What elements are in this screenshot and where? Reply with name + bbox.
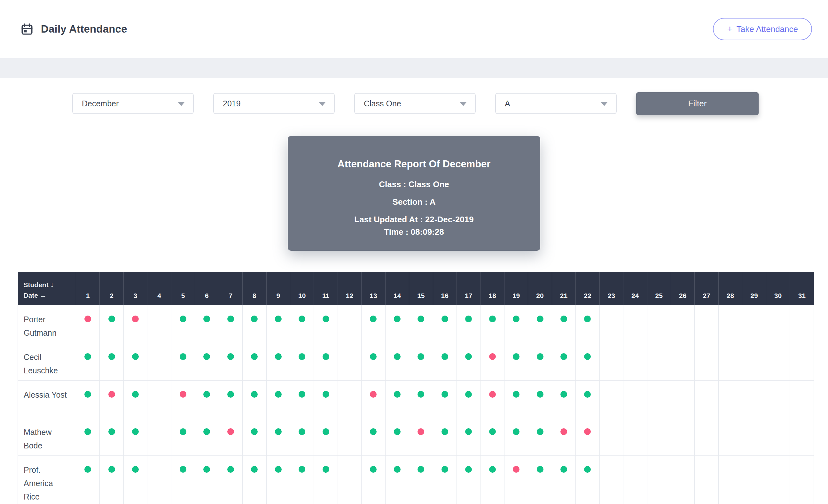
table-corner-header: Student ↓ Date → [18, 272, 76, 305]
present-dot [84, 353, 91, 360]
attendance-cell [504, 380, 528, 418]
present-dot [394, 353, 401, 360]
filter-button[interactable]: Filter [636, 92, 759, 115]
attendance-cell [243, 380, 266, 418]
absent-dot [561, 428, 567, 435]
attendance-cell [148, 455, 171, 504]
attendance-cell [266, 455, 290, 504]
attendance-cell [790, 380, 814, 418]
attendance-cell [599, 343, 623, 380]
attendance-cell [385, 305, 409, 343]
attendance-cell [433, 380, 457, 418]
table-row: Prof. America Rice [18, 455, 814, 504]
present-dot [442, 316, 448, 322]
section-select[interactable]: A [495, 93, 617, 114]
take-attendance-button[interactable]: + Take Attendance [713, 18, 812, 40]
report-card-section: Section : A [300, 197, 528, 207]
attendance-cell [742, 305, 766, 343]
present-dot [109, 466, 115, 473]
student-name: Prof. America Rice [18, 455, 76, 504]
section-select-value: A [505, 99, 510, 108]
year-select-value: 2019 [223, 99, 241, 108]
plus-icon: + [727, 24, 733, 34]
attendance-cell [552, 380, 575, 418]
attendance-cell [671, 343, 694, 380]
attendance-cell [623, 305, 647, 343]
attendance-cell [123, 343, 147, 380]
present-dot [275, 466, 282, 473]
attendance-cell [457, 455, 481, 504]
present-dot [180, 428, 187, 435]
absent-dot [370, 391, 377, 398]
attendance-cell [338, 380, 361, 418]
present-dot [275, 353, 282, 360]
attendance-cell [695, 455, 718, 504]
attendance-cell [338, 343, 361, 380]
attendance-cell [504, 343, 528, 380]
attendance-cell [314, 305, 338, 343]
present-dot [489, 316, 496, 322]
present-dot [394, 466, 401, 473]
attendance-cell [528, 455, 552, 504]
present-dot [227, 316, 234, 322]
attendance-cell [266, 418, 290, 455]
day-header: 20 [528, 272, 552, 305]
present-dot [180, 353, 187, 360]
class-select[interactable]: Class One [354, 93, 476, 114]
attendance-cell [742, 380, 766, 418]
date-axis-label: Date → [24, 290, 76, 301]
attendance-cell [504, 455, 528, 504]
year-select[interactable]: 2019 [213, 93, 335, 114]
attendance-cell [362, 455, 385, 504]
present-dot [584, 466, 591, 473]
attendance-cell [362, 418, 385, 455]
present-dot [513, 428, 520, 435]
present-dot [84, 391, 91, 398]
present-dot [132, 466, 139, 473]
attendance-cell [576, 418, 599, 455]
attendance-cell [647, 418, 671, 455]
present-dot [323, 466, 329, 473]
day-header: 25 [647, 272, 671, 305]
attendance-cell [647, 455, 671, 504]
attendance-cell [481, 305, 504, 343]
present-dot [442, 391, 448, 398]
present-dot [84, 466, 91, 473]
present-dot [203, 428, 210, 435]
day-header: 4 [148, 272, 171, 305]
attendance-cell [766, 455, 790, 504]
table-header-row: Student ↓ Date → 12345678910111213141516… [18, 272, 814, 305]
day-header: 7 [219, 272, 242, 305]
attendance-cell [457, 343, 481, 380]
attendance-cell [314, 343, 338, 380]
attendance-cell [123, 380, 147, 418]
attendance-cell [790, 343, 814, 380]
day-header: 5 [171, 272, 195, 305]
report-card-updated: Last Updated At : 22-Dec-2019 [300, 215, 528, 225]
present-dot [537, 353, 543, 360]
attendance-cell [695, 380, 718, 418]
day-header: 22 [576, 272, 599, 305]
attendance-cell [76, 305, 100, 343]
attendance-cell [528, 343, 552, 380]
attendance-cell [718, 343, 742, 380]
present-dot [465, 428, 472, 435]
present-dot [394, 428, 401, 435]
table-row: Cecil Leuschke [18, 343, 814, 380]
present-dot [251, 466, 258, 473]
attendance-cell [766, 380, 790, 418]
month-select[interactable]: December [72, 93, 194, 114]
attendance-cell [243, 305, 266, 343]
absent-dot [584, 428, 591, 435]
attendance-cell [266, 343, 290, 380]
present-dot [442, 428, 448, 435]
present-dot [84, 428, 91, 435]
present-dot [227, 391, 234, 398]
attendance-cell [695, 418, 718, 455]
attendance-cell [671, 418, 694, 455]
attendance-cell [481, 455, 504, 504]
day-header: 30 [766, 272, 790, 305]
attendance-cell [623, 455, 647, 504]
attendance-cell [362, 305, 385, 343]
chevron-down-icon [460, 102, 467, 106]
